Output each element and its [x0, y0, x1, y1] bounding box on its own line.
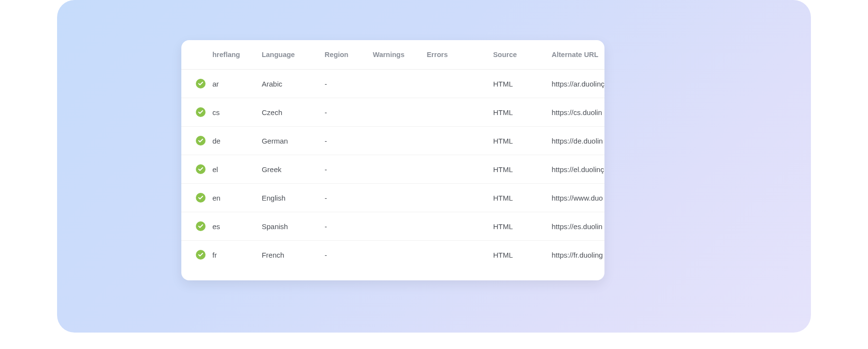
cell-hreflang: cs	[212, 98, 262, 127]
cell-alternate-url[interactable]: https://de.duolin	[552, 127, 604, 155]
cell-hreflang: ar	[212, 70, 262, 98]
cell-warnings	[373, 70, 427, 98]
check-icon	[196, 164, 206, 174]
cell-region: -	[324, 155, 373, 184]
cell-region: -	[324, 127, 373, 155]
table-row[interactable]: cs Czech - HTML https://cs.duolin	[181, 98, 604, 127]
cell-source: HTML	[493, 241, 552, 269]
header-region[interactable]: Region	[324, 40, 373, 70]
cell-region: -	[324, 241, 373, 269]
cell-language: Spanish	[262, 212, 324, 241]
cell-warnings	[373, 98, 427, 127]
check-icon	[196, 79, 206, 88]
table-row[interactable]: en English - HTML https://www.duo	[181, 184, 604, 212]
hreflang-table: hreflang Language Region Warnings Errors…	[181, 40, 604, 269]
cell-hreflang: de	[212, 127, 262, 155]
header-source[interactable]: Source	[493, 40, 552, 70]
cell-errors	[427, 212, 493, 241]
cell-alternate-url[interactable]: https://fr.duoling	[552, 241, 604, 269]
cell-language: Czech	[262, 98, 324, 127]
cell-warnings	[373, 127, 427, 155]
cell-hreflang: el	[212, 155, 262, 184]
table-header-row: hreflang Language Region Warnings Errors…	[181, 40, 604, 70]
header-language[interactable]: Language	[262, 40, 324, 70]
cell-alternate-url[interactable]: https://cs.duolin	[552, 98, 604, 127]
cell-source: HTML	[493, 184, 552, 212]
cell-errors	[427, 184, 493, 212]
cell-alternate-url[interactable]: https://www.duo	[552, 184, 604, 212]
cell-errors	[427, 127, 493, 155]
check-icon	[196, 250, 206, 260]
check-icon	[196, 193, 206, 203]
cell-errors	[427, 98, 493, 127]
cell-source: HTML	[493, 155, 552, 184]
cell-errors	[427, 155, 493, 184]
cell-hreflang: es	[212, 212, 262, 241]
cell-region: -	[324, 70, 373, 98]
cell-language: Greek	[262, 155, 324, 184]
cell-language: German	[262, 127, 324, 155]
gradient-backdrop: hreflang Language Region Warnings Errors…	[57, 0, 811, 333]
cell-language: English	[262, 184, 324, 212]
check-icon	[196, 107, 206, 117]
header-errors[interactable]: Errors	[427, 40, 493, 70]
cell-language: Arabic	[262, 70, 324, 98]
hreflang-table-card: hreflang Language Region Warnings Errors…	[181, 40, 604, 280]
header-hreflang[interactable]: hreflang	[212, 40, 262, 70]
header-alternate-url[interactable]: Alternate URL	[552, 40, 604, 70]
cell-region: -	[324, 98, 373, 127]
cell-region: -	[324, 184, 373, 212]
table-row[interactable]: fr French - HTML https://fr.duoling	[181, 241, 604, 269]
cell-warnings	[373, 155, 427, 184]
table-row[interactable]: el Greek - HTML https://el.duolinç	[181, 155, 604, 184]
cell-source: HTML	[493, 212, 552, 241]
table-row[interactable]: de German - HTML https://de.duolin	[181, 127, 604, 155]
cell-hreflang: en	[212, 184, 262, 212]
check-icon	[196, 136, 206, 145]
cell-source: HTML	[493, 127, 552, 155]
table-row[interactable]: es Spanish - HTML https://es.duolin	[181, 212, 604, 241]
cell-region: -	[324, 212, 373, 241]
cell-errors	[427, 241, 493, 269]
cell-source: HTML	[493, 98, 552, 127]
cell-language: French	[262, 241, 324, 269]
header-warnings[interactable]: Warnings	[373, 40, 427, 70]
cell-alternate-url[interactable]: https://el.duolinç	[552, 155, 604, 184]
table-body: ar Arabic - HTML https://ar.duolinç cs C…	[181, 70, 604, 269]
cell-errors	[427, 70, 493, 98]
cell-alternate-url[interactable]: https://es.duolin	[552, 212, 604, 241]
cell-source: HTML	[493, 70, 552, 98]
table-row[interactable]: ar Arabic - HTML https://ar.duolinç	[181, 70, 604, 98]
header-status[interactable]	[181, 40, 212, 70]
cell-warnings	[373, 241, 427, 269]
cell-hreflang: fr	[212, 241, 262, 269]
cell-warnings	[373, 212, 427, 241]
cell-alternate-url[interactable]: https://ar.duolinç	[552, 70, 604, 98]
check-icon	[196, 221, 206, 231]
cell-warnings	[373, 184, 427, 212]
